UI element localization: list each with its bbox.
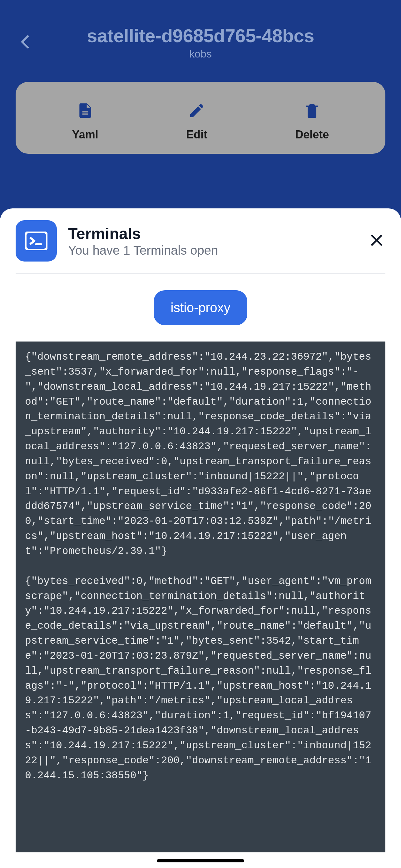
tab-istio-proxy[interactable]: istio-proxy	[154, 290, 247, 325]
back-button[interactable]	[15, 33, 34, 52]
modal-subtitle: You have 1 Terminals open	[68, 243, 368, 257]
pencil-icon	[187, 101, 207, 121]
yaml-label: Yaml	[72, 128, 98, 141]
trash-icon	[302, 101, 322, 121]
tabs-row: istio-proxy	[0, 274, 401, 342]
close-icon	[370, 234, 383, 248]
close-button[interactable]	[368, 232, 386, 250]
modal-title: Terminals	[68, 225, 368, 243]
modal-header: Terminals You have 1 Terminals open	[15, 220, 386, 274]
terminals-modal: Terminals You have 1 Terminals open isti…	[0, 208, 401, 868]
terminal-output[interactable]: {"downstream_remote_address":"10.244.23.…	[15, 342, 386, 852]
page-title: satellite-d9685d765-48bcs	[34, 25, 367, 46]
page-subtitle: kobs	[34, 48, 367, 60]
chevron-left-icon	[20, 34, 31, 51]
yaml-action[interactable]: Yaml	[72, 101, 98, 141]
svg-rect-0	[26, 232, 47, 250]
delete-action[interactable]: Delete	[295, 101, 329, 141]
header-titles: satellite-d9685d765-48bcs kobs	[34, 25, 367, 60]
delete-label: Delete	[295, 128, 329, 141]
modal-titles: Terminals You have 1 Terminals open	[68, 225, 368, 257]
home-indicator[interactable]	[157, 859, 244, 862]
terminal-icon	[15, 220, 57, 261]
actions-card: Yaml Edit Delete	[15, 82, 386, 154]
edit-label: Edit	[186, 128, 207, 141]
document-icon	[75, 101, 95, 121]
edit-action[interactable]: Edit	[186, 101, 207, 141]
page-header: satellite-d9685d765-48bcs kobs	[0, 0, 401, 72]
